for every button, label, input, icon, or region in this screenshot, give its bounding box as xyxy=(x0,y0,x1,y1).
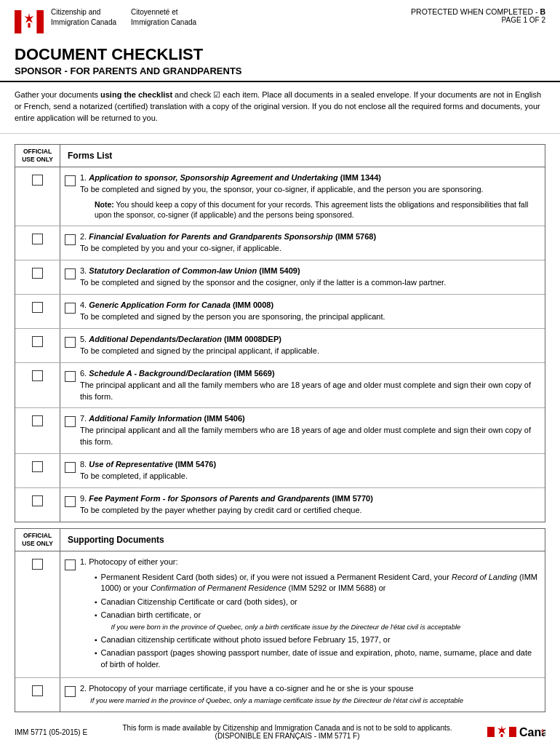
item-checkbox-7 xyxy=(65,415,76,448)
official-checkbox-7[interactable] xyxy=(32,415,43,426)
user-checkbox-3[interactable] xyxy=(65,268,76,279)
bullet-item-1b: Canadian Citizenship Certificate or card… xyxy=(95,597,537,607)
item-text-9: 9. Fee Payment Form - for Sponsors of Pa… xyxy=(80,493,537,517)
item-text-s2: 2. Photocopy of your marriage certificat… xyxy=(80,683,537,706)
official-checkbox-6[interactable] xyxy=(32,370,43,381)
item-content-9: 9. Fee Payment Form - for Sponsors of Pa… xyxy=(60,488,545,522)
official-check-7 xyxy=(15,408,60,453)
title-section: DOCUMENT CHECKLIST SPONSOR - FOR PARENTS… xyxy=(0,39,560,82)
bullet-list-1: Permanent Resident Card (both sides) or,… xyxy=(95,572,537,670)
canada-flag-logo xyxy=(15,9,44,35)
official-check-9 xyxy=(15,488,60,522)
official-checkbox-s2[interactable] xyxy=(32,685,43,696)
document-title: DOCUMENT CHECKLIST xyxy=(15,45,545,64)
item-text-1: 1. Application to sponsor, Sponsorship A… xyxy=(80,172,537,220)
item-inner-7: 7. Additional Family Information (IMM 54… xyxy=(65,413,537,448)
item-checkbox-9 xyxy=(65,495,76,517)
item-inner-3: 3. Statutory Declaration of Common-law U… xyxy=(65,266,537,289)
header-left: Citizenship and Immigration Canada Citoy… xyxy=(15,7,196,35)
official-checkbox-1[interactable] xyxy=(32,175,43,186)
item-inner-s1: 1. Photocopy of either your: Permanent R… xyxy=(65,557,537,672)
item-inner-1: 1. Application to sponsor, Sponsorship A… xyxy=(65,172,537,220)
item-content-s1: 1. Photocopy of either your: Permanent R… xyxy=(60,551,545,677)
forms-item-7: 7. Additional Family Information (IMM 54… xyxy=(15,408,545,454)
document-subtitle: SPONSOR - FOR PARENTS AND GRANDPARENTS xyxy=(15,65,545,76)
svg-rect-4 xyxy=(28,23,30,28)
forms-item-6: 6. Schedule A - Background/Declaration (… xyxy=(15,363,545,409)
item-number-1: 1. xyxy=(80,173,89,182)
item-text-4: 4. Generic Application Form for Canada (… xyxy=(80,300,537,323)
dept-french: Citoyenneté et Immigration Canada xyxy=(131,7,196,28)
user-checkbox-6[interactable] xyxy=(65,371,76,382)
forms-list-title: Forms List xyxy=(60,145,545,167)
official-checkbox-9[interactable] xyxy=(32,495,43,506)
item-text-s1: 1. Photocopy of either your: Permanent R… xyxy=(80,557,537,672)
item-content-6: 6. Schedule A - Background/Declaration (… xyxy=(60,363,545,408)
user-checkbox-8[interactable] xyxy=(65,462,76,473)
marriage-cert-note: If you were married in the province of Q… xyxy=(90,696,463,704)
item-inner-5: 5. Additional Dependants/Declaration (IM… xyxy=(65,334,537,357)
official-checkbox-2[interactable] xyxy=(32,234,43,244)
canada-wordmark: Canada † xyxy=(487,721,545,743)
item-content-7: 7. Additional Family Information (IMM 54… xyxy=(60,408,545,453)
user-checkbox-s1[interactable] xyxy=(65,559,76,570)
svg-rect-0 xyxy=(15,10,22,33)
footer-center: This form is made available by Citizensh… xyxy=(123,724,452,740)
item-text-7: 7. Additional Family Information (IMM 54… xyxy=(80,413,537,448)
forms-section-header: OFFICIALUSE ONLY Forms List xyxy=(15,145,545,167)
item-checkbox-4 xyxy=(65,301,76,323)
forms-item-2: 2. Financial Evaluation for Parents and … xyxy=(15,226,545,260)
official-checkbox-3[interactable] xyxy=(32,268,43,279)
item-text-3: 3. Statutory Declaration of Common-law U… xyxy=(80,266,537,289)
footer-center-sub: (DISPONIBLE EN FRANÇAIS - IMM 5771 F) xyxy=(123,732,452,740)
bullet-item-1d: Canadian citizenship certificate without… xyxy=(95,634,537,645)
forms-item-9: 9. Fee Payment Form - for Sponsors of Pa… xyxy=(15,488,545,522)
official-use-label: OFFICIALUSE ONLY xyxy=(22,148,53,164)
user-checkbox-4[interactable] xyxy=(65,303,76,314)
supporting-item-1: 1. Photocopy of either your: Permanent R… xyxy=(15,551,545,678)
item-checkbox-5 xyxy=(65,335,76,357)
item-content-4: 4. Generic Application Form for Canada (… xyxy=(60,295,545,328)
official-checkbox-4[interactable] xyxy=(32,302,43,313)
official-check-s2 xyxy=(15,678,60,712)
forms-table: OFFICIALUSE ONLY Forms List 1. Applicati… xyxy=(15,144,545,522)
svg-text:†: † xyxy=(540,728,545,736)
item-content-5: 5. Additional Dependants/Declaration (IM… xyxy=(60,329,545,362)
item-content-2: 2. Financial Evaluation for Parents and … xyxy=(60,226,545,260)
item-inner-4: 4. Generic Application Form for Canada (… xyxy=(65,300,537,323)
instructions: Gather your documents using the checklis… xyxy=(0,82,560,134)
official-check-1 xyxy=(15,167,60,226)
forms-item-8: 8. Use of Representative (IMM 5476) To b… xyxy=(15,454,545,488)
item-text-8: 8. Use of Representative (IMM 5476) To b… xyxy=(80,459,537,482)
official-checkbox-s1[interactable] xyxy=(32,559,43,570)
protected-label: PROTECTED WHEN COMPLETED - B xyxy=(411,7,545,16)
user-checkbox-5[interactable] xyxy=(65,337,76,348)
item-note-1: Note: You should keep a copy of this doc… xyxy=(95,199,537,220)
official-check-s1 xyxy=(15,551,60,677)
bullet-item-1a: Permanent Resident Card (both sides) or,… xyxy=(95,572,537,594)
official-checkbox-8[interactable] xyxy=(32,461,43,472)
official-check-3 xyxy=(15,260,60,294)
item-checkbox-3 xyxy=(65,267,76,289)
supporting-section-header: OFFICIALUSE ONLY Supporting Documents xyxy=(15,529,545,551)
user-checkbox-s2[interactable] xyxy=(65,686,76,697)
form-number: IMM 5771 (05-2015) E xyxy=(15,728,87,736)
item-checkbox-8 xyxy=(65,461,76,482)
footer-center-text: This form is made available by Citizensh… xyxy=(123,724,452,732)
user-checkbox-2[interactable] xyxy=(65,234,76,245)
user-checkbox-7[interactable] xyxy=(65,416,76,427)
user-checkbox-1[interactable] xyxy=(65,175,76,186)
official-check-5 xyxy=(15,329,60,362)
forms-item-5: 5. Additional Dependants/Declaration (IM… xyxy=(15,329,545,363)
canada-wordmark-svg: Canada † xyxy=(487,721,545,743)
birth-cert-note: If you were born in the province of Queb… xyxy=(111,623,461,631)
item-text-5: 5. Additional Dependants/Declaration (IM… xyxy=(80,334,537,357)
user-checkbox-9[interactable] xyxy=(65,496,76,507)
item-text-6: 6. Schedule A - Background/Declaration (… xyxy=(80,368,537,403)
page: Citizenship and Immigration Canada Citoy… xyxy=(0,0,560,745)
official-check-2 xyxy=(15,226,60,260)
svg-rect-9 xyxy=(501,734,503,737)
official-checkbox-5[interactable] xyxy=(32,336,43,347)
svg-rect-2 xyxy=(36,10,44,33)
svg-rect-5 xyxy=(487,727,495,737)
